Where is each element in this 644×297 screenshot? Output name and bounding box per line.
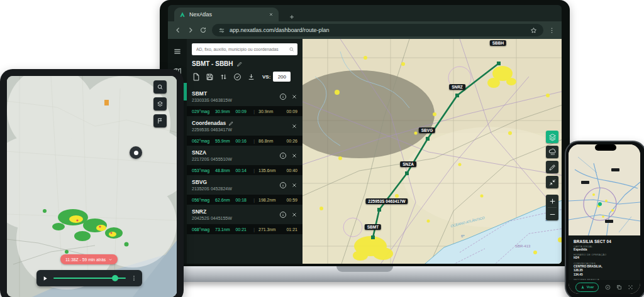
route-map[interactable]: SBR-413 6ᵃ 2ᵃ OCEANO ATLÂNTICO [303, 39, 562, 264]
leg-time: 00:18 [235, 198, 247, 202]
waypoint-name: SNZA [192, 149, 232, 156]
leg-mag: 056°mag [192, 198, 209, 202]
url-bar[interactable]: app.nexatlas.com/dashboard/route-plan [212, 24, 543, 36]
main-menu-button[interactable] [168, 43, 187, 60]
edit-route-icon[interactable] [236, 61, 243, 67]
hamburger-icon [173, 47, 182, 56]
leg-mag: 068°mag [192, 227, 209, 232]
site-settings-icon[interactable] [218, 27, 225, 34]
tab-title: NexAtlas [189, 11, 212, 18]
copy-button[interactable] [616, 284, 622, 290]
map-waypoint-label[interactable]: SBVG [419, 127, 435, 133]
chevron-down-icon [108, 257, 113, 262]
reload-icon[interactable] [199, 26, 207, 34]
zoom-in-button[interactable] [546, 195, 558, 207]
copy-icon [616, 284, 622, 290]
zoom-out-button[interactable] [546, 208, 558, 220]
fly-button[interactable]: Voar [575, 283, 599, 292]
waypoint-search[interactable] [192, 43, 297, 55]
leg-data-row: 053°mag48.8nm00:14 | 135.6nm00:40 [187, 165, 303, 175]
leg-dist: 30.9nm [215, 109, 230, 114]
new-route-icon[interactable] [192, 73, 200, 81]
map-waypoint-label[interactable]: 225953S 0463417W [365, 198, 408, 204]
airspace-title: BRASILIA SECT 04 [574, 239, 635, 244]
tablet-position-marker[interactable] [130, 146, 142, 159]
tablet-search-button[interactable] [153, 80, 167, 94]
waypoint-row[interactable]: SNZA221720S 0455510W [187, 146, 303, 165]
tablet-flag-button[interactable] [153, 114, 167, 127]
waypoint-row[interactable]: SBMT233033S 0463815W [187, 87, 303, 106]
kebab-menu-icon[interactable] [131, 275, 137, 281]
tab-close-icon[interactable] [269, 12, 274, 17]
airspace-info-sheet[interactable]: BRASILIA SECT 04 CARTA VISUAL Expedida H… [569, 235, 640, 280]
leg-data-row: 062°mag55.9nm00:16 | 86.8nm00:26 [187, 136, 303, 146]
leg-total-dist: 30.9nm [258, 109, 273, 114]
tablet-layers-button[interactable] [153, 97, 167, 111]
back-icon[interactable] [174, 26, 182, 34]
compass-button[interactable] [605, 284, 611, 290]
leg-total-dist: 271.3nm [258, 227, 275, 232]
laptop-screen: NexAtlas app.nexatlas.com/dashboard/rout… [168, 5, 562, 264]
map-waypoint-label[interactable]: SNRZ [449, 84, 465, 90]
remove-waypoint-icon[interactable] [291, 212, 297, 218]
save-route-icon[interactable] [206, 73, 214, 81]
compass-icon [605, 284, 611, 290]
browser-menu-kebab-icon[interactable] [548, 27, 555, 34]
phone-device: BRASILIA SECT 04 CARTA VISUAL Expedida H… [565, 141, 644, 297]
map-waypoint-label[interactable]: SBBH [490, 40, 506, 46]
slider-thumb[interactable] [112, 275, 118, 281]
map-waypoint-label[interactable]: SBMT [365, 224, 381, 230]
leg-data-row: 068°mag73.1nm00:21 | 271.3nm01:21 [187, 224, 303, 234]
url-text: app.nexatlas.com/dashboard/route-plan [230, 27, 330, 33]
ruler-pencil-icon [548, 163, 557, 171]
collapse-map-button[interactable] [546, 176, 558, 188]
tablet-screen: 11:38Z - 59 min atrás [7, 76, 177, 297]
forward-icon[interactable] [187, 26, 194, 34]
waypoint-coords: 225953S 0463417W [192, 127, 234, 132]
route-title: SBMT - SBBH [192, 60, 233, 67]
edit-waypoint-icon[interactable] [228, 121, 234, 126]
remove-waypoint-icon[interactable] [291, 182, 297, 188]
bookmark-star-icon[interactable] [530, 27, 537, 34]
reverse-route-icon[interactable] [219, 73, 228, 81]
leg-total-dist: 86.8nm [258, 139, 273, 143]
layers-icon [157, 100, 164, 107]
radar-time-badge[interactable]: 11:38Z - 59 min atrás [60, 254, 118, 264]
route-title-row: SBMT - SBBH [192, 60, 297, 67]
leg-dist: 48.8nm [215, 168, 230, 173]
info-icon[interactable] [279, 93, 287, 100]
browser-tab[interactable]: NexAtlas [174, 8, 279, 21]
leg-total-time: 00:59 [286, 198, 297, 202]
leg-time: 00:16 [235, 139, 247, 143]
sector-mark-6: 6ᵃ [461, 234, 465, 238]
waypoint-row[interactable]: Coordenadas225953S 0463417W [187, 116, 303, 136]
map-waypoint-label[interactable]: SNZA [400, 161, 416, 167]
tablet-map-buttons [153, 80, 167, 127]
search-icon [157, 84, 164, 90]
laptop-device: NexAtlas app.nexatlas.com/dashboard/rout… [160, 0, 570, 267]
info-icon[interactable] [279, 152, 287, 159]
info-icon[interactable] [279, 181, 287, 189]
remove-waypoint-icon[interactable] [291, 123, 297, 129]
vs-input[interactable] [273, 72, 291, 82]
search-input[interactable] [195, 46, 287, 52]
more-button[interactable] [628, 284, 633, 290]
layers-button[interactable] [546, 131, 558, 143]
download-route-icon[interactable] [247, 73, 255, 81]
map-tool-rail [546, 131, 558, 220]
playback-slider[interactable] [53, 278, 126, 279]
validate-route-icon[interactable] [233, 73, 242, 81]
phone-screen: BRASILIA SECT 04 CARTA VISUAL Expedida H… [569, 144, 640, 294]
remove-waypoint-icon[interactable] [291, 94, 297, 100]
measure-button[interactable] [546, 161, 558, 173]
new-tab-button[interactable] [285, 13, 299, 21]
laptop-base [107, 266, 620, 282]
waypoint-row[interactable]: SNRZ204252S 0445155W [187, 205, 303, 224]
remove-waypoint-icon[interactable] [291, 153, 297, 159]
waypoint-row[interactable]: SBVG213520S 0452824W [187, 175, 303, 195]
plus-icon [289, 14, 295, 20]
info-icon[interactable] [279, 211, 287, 219]
weather-button[interactable] [546, 146, 558, 158]
play-icon[interactable] [42, 275, 48, 282]
leg-total-time: 00:26 [286, 139, 297, 143]
